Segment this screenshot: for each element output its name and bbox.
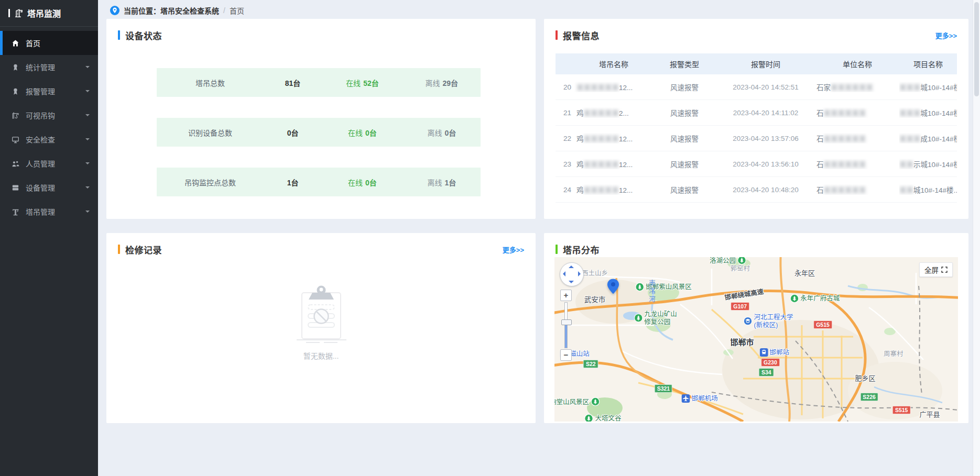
railway-station-poi: 邯郸站 — [759, 348, 789, 357]
map-poi-icon — [634, 314, 643, 323]
project-name-cell: 某某城10#-14#楼... — [899, 184, 957, 195]
column-header: 单位名称 — [815, 59, 899, 69]
status-offline-value: 1台 — [444, 179, 456, 187]
map-poi-icon — [737, 257, 746, 265]
map-zoom-slider[interactable] — [564, 302, 568, 348]
city-label: 邯郸市 — [731, 338, 754, 347]
crane-location-marker[interactable] — [607, 279, 619, 294]
cell-text: 12... — [619, 135, 633, 143]
breadcrumb-current: 首页 — [230, 5, 244, 16]
pan-right-icon[interactable] — [578, 271, 581, 276]
district-label: 永年区 — [794, 270, 815, 278]
device-icon — [12, 184, 19, 192]
alarm-time-cell: 2023-04-20 14:11:02 — [716, 109, 815, 117]
scrollbar-thumb[interactable] — [974, 2, 979, 96]
sidebar-item-5[interactable]: 人员管理 — [0, 151, 98, 175]
row-index: 23 — [556, 160, 574, 168]
breadcrumb-prefix: 当前位置： — [124, 5, 160, 16]
column-header: 塔吊名称 — [574, 59, 653, 69]
device-status-row: 识别设备总数0台在线0台离线0台 — [157, 118, 481, 147]
maintenance-more-link[interactable]: 更多>> — [503, 245, 524, 254]
alarm-table-row: 20某某某某某某12...风速报警2023-04-20 14:52:51石家某某… — [556, 74, 957, 100]
alarm-time-cell: 2023-04-20 10:48:20 — [716, 186, 815, 194]
status-label: 吊钩监控点总数 — [157, 177, 264, 187]
status-online-label: 在线 — [348, 179, 363, 187]
breadcrumb-system[interactable]: 塔吊安全检查系统 — [160, 5, 219, 16]
chevron-down-icon — [85, 114, 90, 118]
title-accent-bar — [118, 245, 120, 254]
sidebar-item-3[interactable]: 可视吊钩 — [0, 103, 98, 127]
alarm-time-cell: 2023-04-20 13:57:06 — [716, 135, 815, 142]
cell-text: 石家 — [816, 84, 831, 92]
road-number-badge: G515 — [813, 320, 832, 329]
sidebar-item-1[interactable]: 统计管理 — [0, 55, 98, 79]
alarm-icon — [12, 87, 19, 95]
people-icon — [12, 160, 19, 168]
zoom-slider-thumb[interactable] — [561, 319, 572, 325]
sidebar-item-4[interactable]: 安全检查 — [0, 127, 98, 151]
cell-text: 石 — [816, 161, 824, 169]
sidebar-item-label: 设备管理 — [26, 182, 55, 193]
park-poi: 大塔文谷 — [584, 414, 621, 422]
project-name-cell: 某某某城10#-14#楼... — [899, 107, 957, 118]
alarm-table-row: 23鸡某某某某某12...风速报警2023-04-20 13:56:10石某某某… — [556, 151, 957, 177]
alarm-type-cell: 风速报警 — [653, 184, 716, 195]
row-index: 22 — [556, 135, 574, 142]
pan-left-icon[interactable] — [563, 271, 565, 276]
redacted-text: 某某某某某某 — [576, 84, 619, 92]
crane-distribution-map[interactable]: + − 全屏 西土山乡郭窑村洛湖公园永年区邯郸紫山风景区邯郸绕城高速永年广府古城… — [554, 257, 958, 422]
sidebar-item-label: 人员管理 — [26, 158, 55, 169]
status-offline-label: 离线 — [427, 129, 442, 137]
fullscreen-button[interactable]: 全屏 — [919, 262, 953, 277]
redacted-text: 某某 — [899, 161, 913, 169]
map-label-text: 武安市 — [584, 296, 606, 304]
row-index: 21 — [556, 109, 574, 117]
sidebar-item-6[interactable]: 设备管理 — [0, 175, 98, 200]
map-pan-control[interactable] — [560, 262, 584, 286]
row-index: 20 — [556, 83, 574, 91]
app-logo: 塔吊监测 — [0, 0, 98, 27]
sidebar-item-label: 可视吊钩 — [26, 110, 55, 120]
cell-text: 12... — [619, 161, 633, 169]
road-number-badge: S321 — [655, 384, 673, 393]
map-zoom-out-button[interactable]: − — [560, 349, 572, 361]
town-label: 西土山乡 — [582, 270, 608, 277]
cell-text: 2... — [619, 109, 629, 117]
pan-up-icon[interactable] — [569, 265, 574, 268]
map-label-text: 邯郸机场 — [692, 395, 718, 402]
sidebar: 塔吊监测 首页统计管理报警管理可视吊钩安全检查人员管理设备管理塔吊管理 — [0, 0, 98, 476]
device-status-row: 吊钩监控点总数1台在线0台离线1台 — [157, 168, 481, 196]
crane-name-cell: 鸡某某某某某2... — [574, 107, 653, 118]
status-online-value: 0台 — [365, 129, 377, 137]
university-poi: 河北工程大学(新校区) — [744, 314, 793, 329]
sidebar-item-7[interactable]: 塔吊管理 — [0, 200, 98, 224]
city-label: 武安市 — [584, 296, 606, 304]
redacted-text: 某某某某某 — [584, 161, 619, 169]
row-index: 24 — [556, 186, 574, 194]
map-poi-icon — [635, 282, 644, 291]
status-offline: 离线29台 — [403, 78, 481, 88]
alarm-more-link[interactable]: 更多>> — [935, 30, 957, 40]
map-zoom-in-button[interactable]: + — [560, 290, 572, 301]
redacted-text: 某某某某某某 — [824, 109, 866, 117]
map-label-text: 永年广府古城 — [800, 294, 840, 302]
sidebar-item-2[interactable]: 报警管理 — [0, 79, 98, 103]
page-scrollbar[interactable] — [973, 0, 980, 476]
sidebar-item-0[interactable]: 首页 — [0, 31, 98, 55]
status-online-value: 52台 — [363, 79, 379, 87]
map-label-text: 九龙山矿山修复公园 — [644, 311, 677, 326]
home-icon — [12, 39, 19, 47]
road-number-badge: G107 — [731, 302, 749, 311]
cell-text: 12... — [619, 186, 633, 194]
location-pin-icon — [110, 6, 119, 15]
crane-icon — [12, 208, 19, 216]
panel-device-status: 设备状态 塔吊总数81台在线52台离线29台识别设备总数0台在线0台离线0台吊钩… — [106, 19, 536, 219]
cell-text: 石 — [816, 109, 824, 117]
panel-title: 塔吊分布 — [563, 243, 600, 256]
pan-down-icon[interactable] — [569, 281, 574, 283]
title-accent-bar — [556, 245, 558, 254]
crane-name-cell: 某某某某某某12... — [574, 82, 653, 92]
map-label-text: 河北工程大学(新校区) — [754, 314, 793, 329]
park-poi: 洛湖公园 — [710, 257, 746, 265]
alarm-table-header: 塔吊名称报警类型报警时间单位名称项目名称 — [556, 53, 957, 74]
